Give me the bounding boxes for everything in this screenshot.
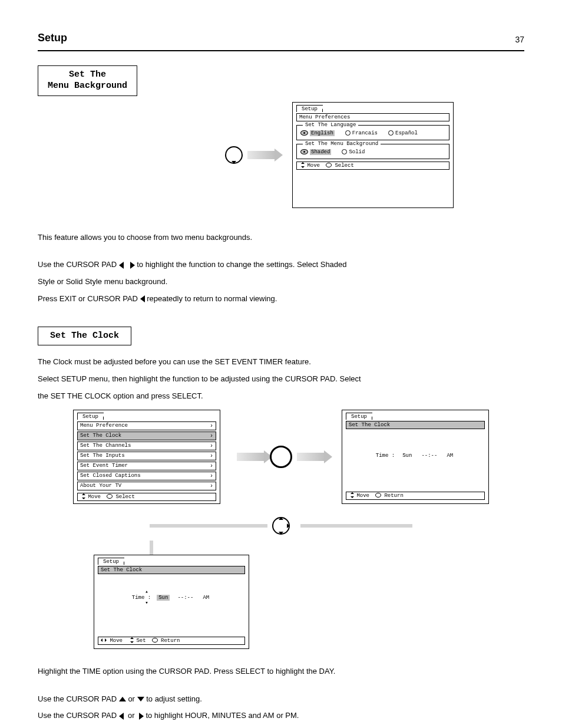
paragraph: Highlight the TIME option using the CURS… [38,666,509,678]
up-arrow-icon: ▴ [54,589,239,595]
menu-item-set-inputs[interactable]: Set The Inputs› [77,452,216,460]
cursor-pad-icon [225,146,243,164]
flow-arrow-icon [297,453,325,461]
connector [150,524,267,528]
flow-arrow-icon [247,151,276,159]
paragraph: Use the CURSOR PAD or to adjust setting. [38,693,509,706]
move-icon [299,163,304,167]
right-arrow-icon [139,713,144,720]
time-editor[interactable]: Time : Sun --:-- AM [104,595,239,601]
select-icon [326,163,332,167]
osd-subtab-clock: Set The Clock [98,566,245,574]
hint-bar: Move Select [296,162,449,170]
time-ampm-field[interactable]: AM [201,595,211,601]
select-button-icon [270,446,292,468]
heading-line: Set The [48,70,127,81]
cursor-pad-icon [272,517,290,535]
header-rule [38,50,524,51]
menu-item-set-channels[interactable]: Set The Channels› [77,442,216,450]
section-heading-menu-background: Set The Menu Background [38,65,137,96]
paragraph: Use the CURSOR PAD or to highlight HOUR,… [38,710,509,722]
legend: Set The Language [303,122,358,128]
return-icon [152,638,158,643]
osd-clock-edit: Setup Set The Clock ▴ Time : Sun --:-- A… [94,555,249,649]
left-arrow-icon [119,262,124,269]
select-icon [107,494,113,499]
paragraph: Style or Solid Style menu background. [38,276,509,288]
left-arrow-icon [140,295,145,302]
osd-tab-setup: Setup [77,413,104,420]
legend: Set The Menu Background [303,141,381,147]
paragraph: Select SETUP menu, then highlight the fu… [38,373,509,386]
time-day-field[interactable]: Sun [157,595,170,601]
radio-francais[interactable]: Francais [345,130,378,136]
down-arrow-icon: ▾ [54,601,239,606]
page-number: 37 [515,35,524,44]
heading-line: Menu Background [48,81,127,92]
menu-item-set-clock[interactable]: Set The Clock› [77,431,216,440]
osd-menu-preferences: Setup Menu Preferences Set The Language … [292,102,454,208]
fieldset-language: Set The Language English Francais Españo… [296,125,449,140]
time-hhmm-field[interactable]: --:-- [176,595,195,601]
down-arrow-icon [137,697,144,701]
osd-tab-setup: Setup [296,105,323,112]
body-text: Highlight the TIME option using the CURS… [38,666,509,728]
menu-item-closed-captions[interactable]: Set Closed Captions› [77,472,216,480]
body-text: The Clock must be adjusted before you ca… [38,356,509,402]
paragraph: The Clock must be adjusted before you ca… [38,356,509,368]
move-icon [80,494,85,499]
up-arrow-icon [119,697,126,701]
ud-icon [128,638,133,643]
section-heading-set-clock: Set The Clock [38,327,131,346]
right-arrow-icon [130,262,135,269]
time-readout: Time : Sun --:-- AM [352,453,479,459]
body-text: This feature allows you to choose from t… [38,232,509,305]
lr-icon [101,638,107,642]
fieldset-menu-background: Set The Menu Background Shaded Solid [296,144,449,159]
paragraph: Press EXIT or CURSOR PAD repeatedly to r… [38,293,509,305]
radio-english[interactable]: English [300,130,335,136]
connector [300,524,412,528]
paragraph: the SET THE CLOCK option and press SELEC… [38,390,509,403]
left-arrow-icon [119,713,124,720]
osd-subtab-clock: Set The Clock [346,421,485,429]
menu-item-preference[interactable]: Menu Preference› [77,421,216,430]
hint-bar: Move Select [77,493,216,501]
page-title: Setup [38,32,67,44]
hint-bar: Move Return [346,492,485,500]
radio-solid[interactable]: Solid [342,149,365,155]
connector [150,541,153,555]
menu-item-about-tv[interactable]: About Your TV› [77,482,216,490]
flow-arrow-icon [237,453,265,461]
hint-bar: Move Set Return [98,637,245,645]
move-icon [349,493,353,498]
osd-clock-display: Setup Set The Clock Time : Sun --:-- AM … [342,410,489,504]
radio-shaded[interactable]: Shaded [300,149,331,155]
osd-setup-menu: Setup Menu Preference› Set The Clock› Se… [73,410,220,504]
paragraph: This feature allows you to choose from t… [38,232,509,244]
osd-tab-setup: Setup [346,413,372,420]
radio-espanol[interactable]: Español [388,130,418,136]
return-icon [375,493,381,498]
menu-item-event-timer[interactable]: Set Event Timer› [77,462,216,470]
paragraph: Use the CURSOR PAD to highlight the func… [38,259,509,271]
osd-tab-setup: Setup [98,558,124,565]
osd-subtab: Menu Preferences [296,113,449,121]
